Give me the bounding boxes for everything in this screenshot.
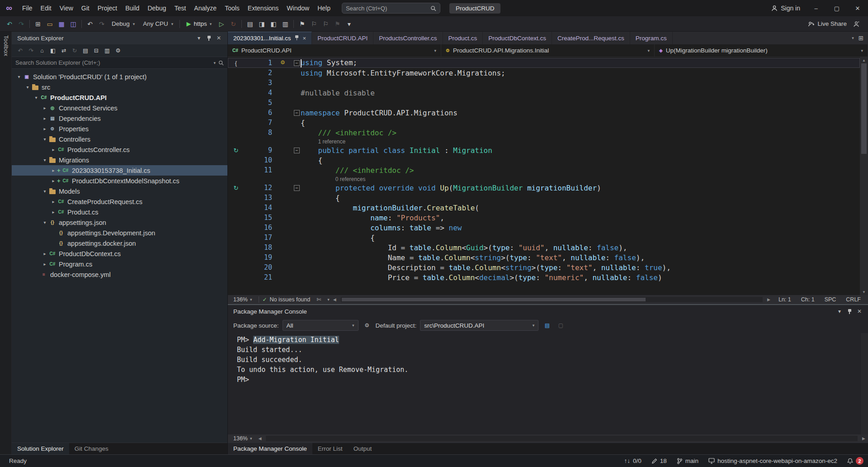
package-source-select[interactable]: All ▾ (283, 320, 359, 331)
panel-tab-output[interactable]: Output (348, 443, 377, 454)
chevron-down-icon[interactable]: ▾ (835, 306, 844, 316)
breadcrumb-segment[interactable]: ◆Up(MigrationBuilder migrationBuilder)▾ (655, 44, 868, 57)
code-line[interactable]: 10 { (228, 155, 860, 165)
tree-item[interactable]: ▾{}appsettings.json (12, 217, 227, 228)
code-line[interactable]: ↻9− public partial class Initial : Migra… (228, 145, 860, 155)
refactor-suggestion-icon[interactable]: ↻ (234, 147, 239, 154)
brace-document-icon[interactable]: { (235, 60, 237, 67)
horizontal-scrollbar[interactable] (341, 297, 763, 302)
se-back-icon[interactable]: ↶ (15, 46, 25, 56)
output-window-icon[interactable]: ▥ (279, 18, 291, 30)
menu-item-build[interactable]: Build (121, 0, 143, 16)
fold-toggle-icon[interactable]: − (294, 110, 300, 116)
scroll-up-icon[interactable]: ▲ (860, 57, 868, 63)
solution-explorer-window-icon[interactable]: ◨ (256, 18, 268, 30)
document-tab[interactable]: Product.cs (443, 32, 483, 44)
tree-expand-icon[interactable]: ▸ (50, 210, 57, 214)
indentation-indicator[interactable]: SPC (825, 296, 836, 303)
chevron-down-icon[interactable]: ▾ (194, 33, 204, 43)
tree-expand-icon[interactable]: ▸ (50, 199, 57, 204)
code-line[interactable]: 16 columns: table => new (228, 223, 860, 233)
pending-changes-status[interactable]: 18 (651, 457, 667, 464)
code-line[interactable]: 14 migrationBuilder.CreateTable( (228, 203, 860, 213)
se-show-all-files-icon[interactable]: ▥ (102, 46, 112, 56)
tree-expand-icon[interactable]: ▸ (41, 262, 48, 267)
tree-item[interactable]: ▸C#Product.cs (12, 207, 227, 217)
horizontal-scrollbar-thumb[interactable] (342, 298, 646, 301)
tree-item[interactable]: {}appsettings.Development.json (12, 228, 227, 238)
quick-actions-icon[interactable]: ⚙ (280, 59, 285, 66)
console-horizontal-scrollbar[interactable] (266, 436, 858, 441)
code-editor[interactable]: {1−using System;⚙2using Microsoft.Entity… (228, 57, 868, 295)
code-line[interactable]: 20 Description = table.Column<string>(ty… (228, 262, 860, 272)
refactor-suggestion-icon[interactable]: ↻ (234, 185, 239, 191)
tree-collapse-icon[interactable]: ▾ (24, 85, 31, 90)
vertical-scrollbar-thumb[interactable] (861, 63, 867, 154)
tree-item[interactable]: ▸+C#ProductDbContextModelSnapshot.cs (12, 176, 227, 186)
se-collapse-all-icon[interactable]: ⊟ (91, 46, 101, 56)
close-icon[interactable]: ✕ (214, 33, 224, 43)
tree-collapse-icon[interactable]: ▾ (15, 74, 23, 79)
feedback-icon[interactable] (853, 21, 860, 27)
chevron-down-icon[interactable]: ▾ (327, 297, 330, 302)
tree-item[interactable]: ▸C#CreateProductRequest.cs (12, 196, 227, 207)
hot-reload-icon[interactable]: ↻ (227, 18, 239, 30)
open-folder-icon[interactable]: ▭ (44, 18, 56, 30)
code-line[interactable]: 15 name: "Products", (228, 213, 860, 223)
code-line[interactable]: ↻12− protected override void Up(Migratio… (228, 183, 860, 193)
panel-tab-error-list[interactable]: Error List (312, 443, 348, 454)
console-zoom-dropdown[interactable]: 136% ▾ (231, 435, 255, 442)
scroll-left-icon[interactable]: ◀ (259, 436, 262, 441)
live-share-button[interactable]: Live Share (808, 20, 847, 27)
panel-tab-solution-explorer[interactable]: Solution Explorer (12, 443, 69, 454)
codelens-label[interactable]: 0 references (335, 176, 366, 182)
tree-expand-icon[interactable]: ▸ (41, 126, 48, 131)
vertical-scrollbar[interactable]: ▲ ▼ (860, 57, 868, 295)
code-line[interactable]: 2using Microsoft.EntityFrameworkCore.Mig… (228, 68, 860, 78)
tree-expand-icon[interactable]: ▸ (41, 251, 48, 256)
panel-tab-git-changes[interactable]: Git Changes (69, 443, 114, 454)
code-line[interactable]: 6−namespace ProductCRUD.API.Migrations (228, 108, 860, 118)
code-line[interactable]: 11 /// <inheritdoc /> (228, 165, 860, 175)
save-all-icon[interactable]: ◫ (67, 18, 79, 30)
document-tab[interactable]: ProductCRUD.API (312, 32, 373, 44)
menu-item-file[interactable]: File (18, 0, 37, 16)
branch-selector[interactable]: main (677, 457, 698, 464)
code-line[interactable]: 8 /// <inheritdoc /> (228, 128, 860, 138)
scroll-right-icon[interactable]: ▶ (862, 436, 865, 441)
tree-item[interactable]: ≡docker-compose.yml (12, 269, 227, 280)
menu-item-debug[interactable]: Debug (143, 0, 170, 16)
close-button[interactable]: ✕ (847, 0, 868, 16)
toggle-bookmark-icon[interactable]: ⚑ (296, 18, 308, 30)
se-home-icon[interactable]: ⌂ (37, 46, 47, 56)
navigate-back-icon[interactable]: ↶ (4, 18, 15, 30)
close-icon[interactable]: × (303, 35, 307, 42)
tree-item[interactable]: ▸C#Program.cs (12, 259, 227, 269)
code-line[interactable]: {1−using System;⚙ (228, 58, 860, 68)
menu-item-project[interactable]: Project (94, 0, 122, 16)
tree-collapse-icon[interactable]: ▾ (41, 220, 48, 225)
menu-item-help[interactable]: Help (313, 0, 335, 16)
tree-expand-icon[interactable]: ▸ (50, 147, 57, 152)
tree-item[interactable]: ▸C#ProductsController.cs (12, 144, 227, 155)
code-line[interactable]: 5 (228, 98, 860, 108)
new-tab-icon[interactable]: ⊞ (859, 34, 863, 42)
properties-window-icon[interactable]: ◧ (268, 18, 279, 30)
tree-item[interactable]: ▾Models (12, 186, 227, 196)
notification-badge[interactable]: 2 (856, 457, 863, 465)
previous-bookmark-icon[interactable]: ⚐ (308, 18, 320, 30)
tree-collapse-icon[interactable]: ▾ (41, 189, 48, 194)
code-line[interactable]: 19 Name = table.Column<string>(type: "te… (228, 253, 860, 262)
undo-icon[interactable]: ↶ (84, 18, 96, 30)
se-nesting-icon[interactable]: ▤ (80, 46, 90, 56)
code-line[interactable]: 18 Id = table.Column<Guid>(type: "uuid",… (228, 243, 860, 253)
document-tab[interactable]: ProductsController.cs (373, 32, 443, 44)
tree-item[interactable]: ▾Migrations (12, 155, 227, 165)
toolbox-tab[interactable]: Toolbox (3, 35, 9, 57)
default-project-select[interactable]: src\ProductCRUD.API ▾ (420, 320, 538, 331)
document-tab[interactable]: CreateProd...Request.cs (552, 32, 630, 44)
tree-expand-icon[interactable]: ▸ (41, 105, 48, 110)
toolbar-overflow-icon[interactable]: ▾ (343, 18, 355, 30)
tree-item[interactable]: ▸▤Dependencies (12, 113, 227, 124)
document-tab[interactable]: 202303301...Initial.cs× (228, 32, 312, 44)
